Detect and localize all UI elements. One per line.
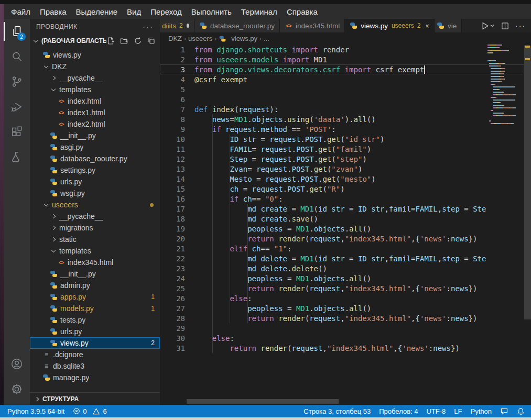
tree-item[interactable]: settings.py: [30, 164, 160, 176]
menu-item[interactable]: Вид: [122, 7, 146, 16]
tree-item[interactable]: templates: [30, 84, 160, 95]
breadcrumb-item[interactable]: useeers: [188, 35, 212, 42]
status-item[interactable]: Строка 3, столбец 53: [304, 407, 371, 415]
code-line[interactable]: 20 return render(request,"index345.html"…: [160, 234, 524, 244]
tree-item[interactable]: <>index1.html: [30, 107, 160, 118]
search-icon[interactable]: [4, 44, 30, 69]
more-actions-icon[interactable]: ···: [515, 21, 526, 30]
code-line[interactable]: 30 else:: [160, 333, 524, 343]
code-line[interactable]: 26 else:: [160, 293, 524, 303]
vertical-scrollbar-thumb[interactable]: [524, 46, 531, 319]
code-line[interactable]: 22 md_delete = MD1(id_str = ID_str,famil…: [160, 253, 524, 263]
code-line[interactable]: 4@csrf_exempt: [160, 74, 524, 84]
status-item[interactable]: Python: [471, 407, 492, 415]
code-line[interactable]: 16 if ch== "0":: [160, 194, 524, 204]
code-line[interactable]: 24 peopless = MD1.objects.all(): [160, 273, 524, 283]
extensions-icon[interactable]: [4, 119, 30, 145]
tree-item[interactable]: views.py: [30, 49, 160, 61]
outline-section-header[interactable]: СТРУКТУРА: [30, 392, 160, 405]
tree-item[interactable]: views.py2: [30, 337, 160, 349]
code-line[interactable]: 31 return render(request,"index345.html"…: [160, 343, 524, 353]
tree-item[interactable]: migrations: [30, 222, 160, 234]
collapse-folders-icon[interactable]: [147, 37, 156, 45]
code-line[interactable]: 6: [160, 94, 524, 104]
split-editor-icon[interactable]: [501, 22, 509, 30]
code-line[interactable]: 10 ID_str = request.POST.get("id_str"): [160, 134, 524, 144]
bell-icon[interactable]: [517, 407, 525, 415]
run-python-file-button[interactable]: [481, 21, 495, 30]
menu-item[interactable]: Переход: [146, 7, 187, 16]
tree-item[interactable]: templates: [30, 245, 160, 257]
sidebar-more-actions[interactable]: ···: [143, 23, 154, 31]
breadcrumb-item[interactable]: DKZ: [168, 35, 182, 42]
source-control-icon[interactable]: [4, 69, 30, 94]
tree-item[interactable]: urls.py: [30, 176, 160, 187]
code-line[interactable]: 12 Step = request.POST.get("step"): [160, 154, 524, 164]
code-line[interactable]: 2from useeers.models import MD1: [160, 54, 524, 64]
code-line[interactable]: 27 peopless = MD1.objects.all(): [160, 303, 524, 313]
code-line[interactable]: 1from django.shortcuts import render: [160, 45, 524, 54]
code-line[interactable]: 21 elif ch== "1":: [160, 244, 524, 253]
code-line[interactable]: 3from django.views.decorators.csrf impor…: [160, 64, 524, 74]
status-item[interactable]: Пробелов: 4: [379, 407, 418, 415]
editor-tab[interactable]: vie: [435, 19, 462, 32]
tree-item[interactable]: tests.py: [30, 314, 160, 326]
explorer-icon[interactable]: 2: [4, 19, 30, 44]
tree-item[interactable]: __pycache__: [30, 211, 160, 222]
tree-item[interactable]: <>index345.html: [30, 257, 160, 268]
menu-item[interactable]: Терминал: [236, 7, 282, 16]
code-line[interactable]: 14 Mesto = request.POST.get("mesto"): [160, 174, 524, 184]
code-line[interactable]: 18 md_create.save(): [160, 214, 524, 224]
tree-item[interactable]: static: [30, 234, 160, 245]
editor-tab[interactable]: views.pyuseeers2×: [345, 19, 435, 32]
menu-item[interactable]: Правка: [35, 7, 71, 16]
tree-item[interactable]: manage.py: [30, 372, 160, 383]
tree-item[interactable]: ≡db.sqlite3: [30, 360, 160, 372]
code-line[interactable]: 28 return render(request,"index345.html"…: [160, 313, 524, 323]
tree-item[interactable]: __init__.py: [30, 130, 160, 141]
code-line[interactable]: 19 peopless = MD1.objects.all(): [160, 224, 524, 234]
editor-tab[interactable]: database_roouter.py: [194, 19, 280, 32]
run-debug-icon[interactable]: [4, 94, 30, 119]
account-icon[interactable]: [4, 351, 30, 377]
code-line[interactable]: 15 ch = request.POST.get("R"): [160, 184, 524, 194]
python-interpreter-status[interactable]: Python 3.9.5 64-bit: [7, 407, 64, 415]
horizontal-scrollbar-thumb[interactable]: [187, 399, 339, 404]
workspace-section-header[interactable]: (РАБОЧАЯ ОБЛАСТЬ) ...: [30, 35, 160, 47]
tree-item[interactable]: <>index.html: [30, 95, 160, 107]
breadcrumb-item[interactable]: ...: [264, 35, 269, 42]
tree-item[interactable]: apps.py1: [30, 291, 160, 303]
problems-status[interactable]: 0 6: [73, 407, 106, 415]
menu-item[interactable]: Файл: [6, 7, 35, 16]
tree-item[interactable]: admin.py: [30, 280, 160, 291]
minimap[interactable]: [487, 45, 524, 126]
tree-item[interactable]: models.py1: [30, 303, 160, 314]
code-area[interactable]: 1from django.shortcuts import render2fro…: [160, 45, 531, 405]
menu-item[interactable]: Выделение: [71, 7, 122, 16]
tree-item[interactable]: __pycache__: [30, 72, 160, 84]
tree-item[interactable]: ≡.dcignore: [30, 349, 160, 360]
feedback-icon[interactable]: [500, 407, 508, 415]
code-line[interactable]: 9 if request.method == 'POST':: [160, 124, 524, 134]
code-line[interactable]: 5: [160, 84, 524, 94]
close-icon[interactable]: ×: [425, 22, 429, 30]
code-line[interactable]: 13 Zvan= request.POST.get("zvan"): [160, 164, 524, 174]
code-line[interactable]: 8 news=MD1.objects.using('daata').all(): [160, 114, 524, 124]
menu-item[interactable]: Справка: [282, 7, 322, 16]
testing-icon[interactable]: [4, 145, 30, 170]
tree-item[interactable]: DKZ: [30, 61, 160, 72]
new-file-icon[interactable]: [106, 37, 115, 45]
code-line[interactable]: 29: [160, 323, 524, 333]
status-item[interactable]: UTF-8: [427, 407, 446, 415]
breadcrumb-item[interactable]: views.py: [231, 35, 257, 42]
code-line[interactable]: 11 FAMIL= request.POST.get("famil"): [160, 144, 524, 154]
refresh-icon[interactable]: [134, 37, 142, 45]
tree-item[interactable]: urls.py: [30, 326, 160, 337]
tree-item[interactable]: database_roouter.py: [30, 153, 160, 164]
code-line[interactable]: 23 md_delete.delete(): [160, 263, 524, 273]
tree-item[interactable]: __init__.py: [30, 268, 160, 280]
tree-item[interactable]: useeers: [30, 199, 160, 211]
status-item[interactable]: LF: [454, 407, 462, 415]
vertical-scrollbar[interactable]: [524, 45, 531, 405]
tree-item[interactable]: <>index2.html: [30, 118, 160, 130]
